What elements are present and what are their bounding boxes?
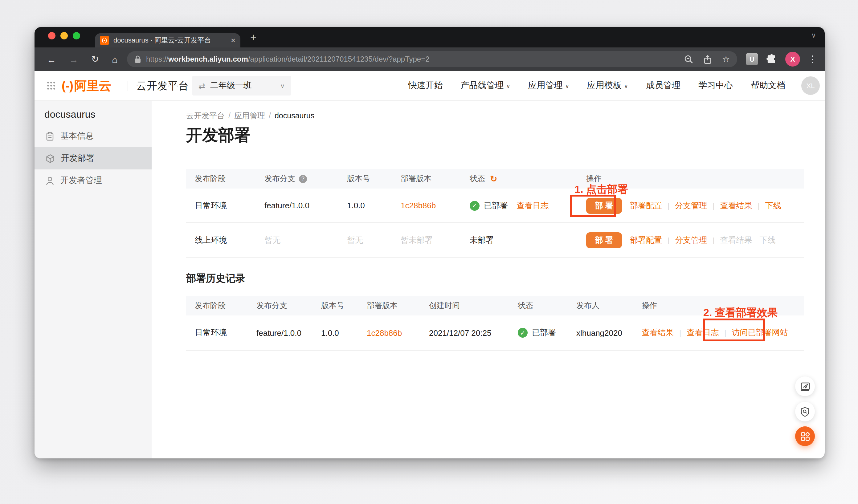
breadcrumb: 云开发平台/应用管理/docusaurus bbox=[186, 111, 314, 121]
breadcrumb-platform[interactable]: 云开发平台 bbox=[186, 112, 225, 120]
new-tab-button[interactable]: + bbox=[250, 29, 256, 46]
top-menu: 快速开始 产品线管理∨ 应用管理∨ 应用模板∨ 成员管理 学习中心 帮助文档 bbox=[408, 71, 785, 100]
security-scan-float-button[interactable] bbox=[795, 402, 815, 421]
menu-help-docs[interactable]: 帮助文档 bbox=[751, 80, 785, 91]
status-badge: 已部署 bbox=[484, 200, 508, 211]
home-icon[interactable]: ⌂ bbox=[112, 54, 117, 64]
menu-quick-start[interactable]: 快速开始 bbox=[408, 80, 443, 91]
zoom-out-icon[interactable] bbox=[684, 54, 694, 64]
col-stage: 发布阶段 bbox=[186, 300, 248, 311]
menu-learning-center[interactable]: 学习中心 bbox=[698, 80, 733, 91]
workspace-selector[interactable]: ⇄ 二年级一班 ∨ bbox=[192, 76, 291, 96]
browser-profile-avatar[interactable]: X bbox=[785, 52, 800, 67]
status-badge: 未部署 bbox=[461, 234, 577, 245]
view-log-link[interactable]: 查看日志 bbox=[687, 327, 719, 338]
success-check-icon: ✓ bbox=[470, 200, 479, 210]
app-grid-diamond-icon bbox=[800, 431, 810, 441]
history-row: 日常环境 feature/1.0.0 1.0.0 1c28b86b 2021/1… bbox=[186, 315, 804, 351]
share-icon[interactable] bbox=[704, 54, 712, 64]
document-icon bbox=[46, 132, 54, 141]
app-header: (-) 阿里云 云开发平台 ⇄ 二年级一班 ∨ 快速开始 产品线管理∨ 应用管理… bbox=[34, 71, 825, 101]
forward-icon[interactable]: → bbox=[69, 54, 78, 64]
address-bar[interactable]: https://workbench.aliyun.com/application… bbox=[127, 51, 737, 67]
branch-cell: feature/1.0.0 bbox=[248, 328, 313, 337]
col-created: 创建时间 bbox=[420, 300, 509, 311]
browser-toolbar: ← → ↻ ⌂ https://workbench.aliyun.com/app… bbox=[34, 47, 825, 71]
visit-deployed-site-link[interactable]: 访问已部署网站 bbox=[732, 327, 788, 338]
view-result-link[interactable]: 查看结果 bbox=[642, 327, 674, 338]
browser-window: (-) docusaurus · 阿里云-云开发平台 × + ∨ ← → ↻ ⌂… bbox=[34, 27, 825, 458]
extensions-puzzle-icon[interactable] bbox=[766, 54, 777, 65]
env-table: 发布阶段 发布分支? 版本号 部署版本 状态↻ 操作 日常环境 feature/… bbox=[186, 169, 804, 258]
breadcrumb-app-mgmt[interactable]: 应用管理 bbox=[234, 112, 265, 120]
view-log-link[interactable]: 查看日志 bbox=[517, 200, 549, 211]
deploy-config-link[interactable]: 部署配置 bbox=[630, 200, 662, 211]
shield-search-icon bbox=[800, 406, 810, 417]
extension-u-icon[interactable]: U bbox=[746, 53, 758, 65]
user-icon bbox=[46, 176, 54, 185]
page-title: 开发部署 bbox=[186, 125, 250, 146]
apps-widget-float-button[interactable] bbox=[795, 426, 815, 446]
sidebar-item-basic-info[interactable]: 基本信息 bbox=[34, 125, 152, 147]
menu-product-line[interactable]: 产品线管理∨ bbox=[460, 80, 510, 91]
apps-grid-icon[interactable] bbox=[47, 81, 55, 90]
tab-title: docusaurus · 阿里云-云开发平台 bbox=[113, 36, 228, 45]
deploy-config-link[interactable]: 部署配置 bbox=[630, 234, 662, 245]
commit-link[interactable]: 1c28b86b bbox=[367, 328, 402, 337]
workspace-name: 二年级一班 bbox=[210, 80, 281, 91]
table-row-daily-env: 日常环境 feature/1.0.0 1.0.0 1c28b86b ✓ 已部署 … bbox=[186, 189, 804, 223]
switch-workspace-icon: ⇄ bbox=[198, 81, 205, 90]
bookmark-star-icon[interactable]: ☆ bbox=[722, 54, 730, 64]
tab-close-icon[interactable]: × bbox=[231, 36, 236, 45]
view-result-link-disabled: 查看结果 bbox=[720, 234, 752, 245]
help-icon[interactable]: ? bbox=[299, 175, 307, 183]
browser-menu-icon[interactable]: ⋮ bbox=[808, 54, 817, 65]
menu-app-management[interactable]: 应用管理∨ bbox=[528, 80, 569, 91]
col-deploy-version: 部署版本 bbox=[392, 174, 461, 184]
reload-icon[interactable]: ↻ bbox=[91, 54, 99, 65]
aliyun-logo[interactable]: (-) 阿里云 bbox=[62, 71, 111, 100]
col-status: 状态↻ bbox=[461, 174, 577, 184]
breadcrumb-current: docusaurus bbox=[275, 112, 314, 120]
chevron-down-icon: ∨ bbox=[506, 83, 510, 90]
table-row-online-env: 线上环境 暂无 暂无 暂未部署 未部署 部 署 部署配置| 分支管理| 查看结果… bbox=[186, 223, 804, 258]
user-avatar[interactable]: XL bbox=[801, 77, 820, 95]
branch-mgmt-link[interactable]: 分支管理 bbox=[675, 200, 707, 211]
menu-app-template[interactable]: 应用模板∨ bbox=[587, 80, 628, 91]
chevron-down-icon: ∨ bbox=[565, 83, 569, 90]
history-table: 发布阶段 发布分支 版本号 部署版本 创建时间 状态 发布人 操作 日常环境 f… bbox=[186, 296, 804, 351]
aliyun-logo-text: 阿里云 bbox=[74, 77, 111, 94]
branch-mgmt-link[interactable]: 分支管理 bbox=[675, 234, 707, 245]
browser-tab[interactable]: (-) docusaurus · 阿里云-云开发平台 × bbox=[95, 33, 240, 47]
deploy-button[interactable]: 部 署 bbox=[586, 232, 622, 248]
view-result-link[interactable]: 查看结果 bbox=[720, 200, 752, 211]
sidebar-item-dev-deploy[interactable]: 开发部署 bbox=[34, 147, 152, 169]
window-controls bbox=[48, 32, 80, 39]
close-window-button[interactable] bbox=[48, 32, 55, 39]
aliyun-logo-mark: (-) bbox=[62, 79, 73, 93]
branch-cell: feature/1.0.0 bbox=[256, 201, 338, 210]
tab-search-chevron-icon[interactable]: ∨ bbox=[811, 31, 816, 39]
sidebar: docusaurus 基本信息 开发部署 bbox=[34, 101, 152, 458]
sidebar-item-label: 开发者管理 bbox=[60, 175, 102, 186]
offline-link[interactable]: 下线 bbox=[765, 200, 781, 211]
zoom-window-button[interactable] bbox=[73, 32, 80, 39]
deploy-button[interactable]: 部 署 bbox=[586, 197, 622, 213]
history-section-title: 部署历史记录 bbox=[186, 272, 245, 285]
minimize-window-button[interactable] bbox=[60, 32, 68, 39]
tab-favicon-icon: (-) bbox=[100, 36, 109, 45]
guide-float-button[interactable] bbox=[795, 376, 815, 396]
back-icon[interactable]: ← bbox=[47, 54, 56, 64]
sidebar-item-developer-mgmt[interactable]: 开发者管理 bbox=[34, 169, 152, 192]
refresh-status-icon[interactable]: ↻ bbox=[490, 174, 497, 184]
commit-link[interactable]: 1c28b86b bbox=[401, 201, 436, 210]
tab-strip: (-) docusaurus · 阿里云-云开发平台 × + ∨ bbox=[34, 27, 825, 47]
col-deploy-version: 部署版本 bbox=[358, 300, 420, 311]
col-version: 版本号 bbox=[338, 174, 392, 184]
col-branch: 发布分支 bbox=[248, 300, 313, 311]
stage-cell: 线上环境 bbox=[186, 234, 256, 245]
chevron-down-icon: ∨ bbox=[280, 82, 285, 89]
menu-members[interactable]: 成员管理 bbox=[646, 80, 681, 91]
version-cell: 1.0.0 bbox=[313, 328, 358, 337]
sidebar-item-label: 开发部署 bbox=[61, 153, 94, 164]
